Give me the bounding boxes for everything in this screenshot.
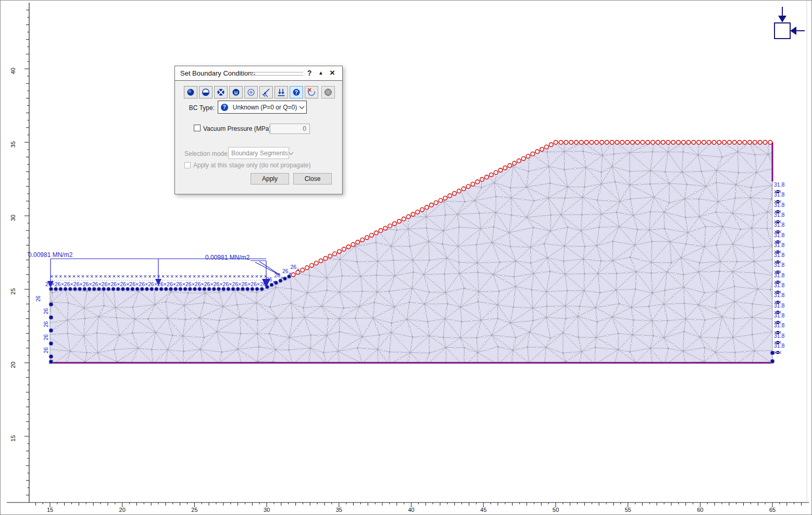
svg-text:65: 65 [769, 507, 776, 513]
left-edge-head-label: 26 [35, 296, 41, 302]
apply-this-stage-label: Apply at this stage only (do not propaga… [193, 162, 310, 169]
vacuum-pressure-label: Vacuum Pressure (MPa): [203, 125, 273, 132]
svg-text:25: 25 [191, 507, 197, 513]
svg-text:35: 35 [336, 507, 342, 513]
svg-text:60: 60 [697, 507, 703, 513]
vacuum-pressure-checkbox[interactable] [194, 125, 201, 131]
svg-text:45: 45 [480, 507, 486, 513]
svg-text:15: 15 [10, 435, 16, 442]
unknown-bc-button[interactable]: ? [290, 86, 303, 99]
dialog-title: Set Boundary Conditions [180, 69, 255, 77]
svg-text:40: 40 [408, 507, 414, 513]
right-edge-head-labels: 31.831.831.831.831.831.831.831.831.831.8… [774, 181, 785, 354]
selection-mode-label: Selection mode: [184, 150, 229, 157]
unknown-question-icon: ? [221, 104, 228, 111]
vacuum-pressure-input[interactable]: 0 [270, 124, 310, 134]
left-edge-head-label: 26 [43, 334, 49, 340]
vertical-infiltration-button[interactable] [274, 86, 288, 99]
chevron-down-icon [288, 150, 294, 157]
left-edge-head-label: 26 [43, 321, 49, 327]
svg-text:55: 55 [624, 507, 631, 513]
close-button[interactable]: Close [293, 173, 332, 185]
unit-gradient-button[interactable]: U [229, 86, 243, 99]
collapse-button[interactable]: ▲ [316, 68, 326, 78]
apply-button[interactable]: Apply [251, 173, 289, 185]
svg-text:20: 20 [10, 362, 16, 368]
svg-text:20: 20 [119, 507, 126, 513]
load-label: 0.00981 MN/m2 [28, 251, 73, 259]
svg-text:15: 15 [47, 507, 53, 513]
pressure-head-button[interactable] [214, 86, 228, 99]
load-label: 0.00981 MN/m2 [205, 254, 250, 261]
selection-mode-select[interactable]: Boundary Segments [228, 147, 289, 159]
model-canvas[interactable]: ××××××××××××××××××××××××××××××××××××××××… [1, 1, 811, 514]
seepage-face-button[interactable] [259, 86, 273, 99]
remove-bc-button[interactable] [305, 86, 318, 99]
horizontal-ruler: 1520253035404550556065 [7, 502, 809, 513]
svg-text:30: 30 [10, 215, 16, 221]
zero-pressure-head-button[interactable] [199, 86, 213, 99]
svg-text:?: ? [295, 89, 298, 95]
bc-type-value: Unknown (P=0 or Q=0) [230, 104, 297, 111]
dialog-titlebar[interactable]: Set Boundary Conditions ? ▲ × [175, 66, 342, 81]
left-edge-head-label: 26 [43, 347, 49, 353]
close-icon[interactable]: × [328, 68, 337, 78]
help-button[interactable]: ? [305, 68, 314, 78]
vertical-ruler: 152025303540 [10, 3, 29, 502]
surface-total-head-labels: 26×26×26×26×26×26×26×26×26×26×26×26×26×2… [45, 281, 266, 287]
svg-text:40: 40 [10, 68, 16, 74]
application-window: ××××××××××××××××××××××××××××××××××××××××… [0, 0, 812, 515]
toe-head-label: 26 [282, 268, 289, 274]
chevron-down-icon [297, 104, 306, 111]
svg-text:25: 25 [10, 288, 16, 295]
toe-head-label: 26 [291, 264, 297, 270]
total-head-button[interactable] [184, 86, 197, 99]
nodal-flow-button[interactable] [244, 86, 258, 99]
svg-text:30: 30 [264, 507, 270, 513]
bc-type-select[interactable]: ? Unknown (P=0 or Q=0) [218, 101, 307, 114]
svg-text:50: 50 [553, 507, 559, 513]
svg-text:U: U [234, 90, 238, 95]
bc-type-label: BC Type: [185, 104, 215, 112]
svg-text:31.8: 31.8 [774, 181, 785, 188]
titlebar-grip[interactable] [251, 72, 303, 78]
apply-this-stage-checkbox[interactable] [184, 162, 191, 168]
svg-text:35: 35 [10, 141, 16, 148]
selection-mode-value: Boundary Segments [229, 150, 288, 157]
fixed-constraint-icon [770, 4, 808, 41]
none-bc-button[interactable] [321, 86, 335, 99]
left-edge-head-label: 26 [43, 308, 49, 314]
set-boundary-conditions-dialog: Set Boundary Conditions ? ▲ × U ? [174, 66, 343, 194]
